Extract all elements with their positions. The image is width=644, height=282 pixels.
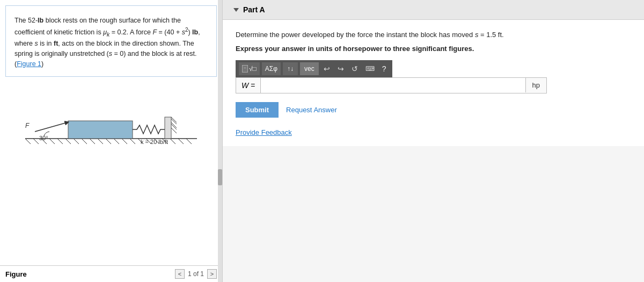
figure-label: Figure	[5, 270, 27, 278]
svg-line-12	[114, 139, 119, 144]
nav-next-button[interactable]: >	[207, 269, 217, 279]
undo-button[interactable]: ↩	[321, 62, 333, 75]
svg-line-6	[65, 139, 71, 144]
left-panel: The 52-lb block rests on the rough surfa…	[0, 0, 223, 282]
figure-image: k = 20 lb/ft F 30°	[0, 82, 222, 168]
svg-line-9	[90, 139, 95, 144]
svg-text:30°: 30°	[39, 135, 48, 141]
svg-rect-23	[165, 117, 171, 139]
part-content: Determine the power developed by the for…	[223, 20, 644, 146]
figure-bar: Figure < 1 of 1 >	[0, 265, 222, 282]
answer-unit: hp	[525, 78, 546, 92]
scroll-thumb[interactable]	[218, 169, 222, 185]
right-panel: Part A Determine the power developed by …	[223, 0, 644, 282]
redo-button[interactable]: ↪	[335, 62, 347, 75]
sigma-button[interactable]: ΑΣφ	[262, 62, 281, 75]
math-toolbar: ⁻ √□ ΑΣφ ↑↓ vec ↩ ↪	[236, 60, 392, 77]
problem-statement: The 52-lb block rests on the rough surfa…	[5, 5, 217, 77]
figure-nav: < 1 of 1 >	[175, 269, 217, 279]
help-button[interactable]: ?	[379, 62, 389, 75]
svg-line-30	[35, 122, 67, 132]
vec-button[interactable]: vec	[300, 62, 319, 75]
svg-line-1	[25, 139, 31, 144]
svg-line-11	[106, 139, 111, 144]
figure-svg: k = 20 lb/ft F 30°	[5, 88, 217, 157]
nav-page-count: 1 of 1	[188, 270, 204, 278]
submit-row: Submit Request Answer	[236, 102, 631, 118]
scrollbar[interactable]	[218, 0, 222, 282]
part-header: Part A	[223, 0, 644, 20]
part-label: Part A	[243, 5, 265, 14]
answer-row: W = hp	[236, 77, 547, 93]
answer-input[interactable]	[265, 78, 521, 93]
nav-prev-button[interactable]: <	[175, 269, 185, 279]
svg-text:F: F	[25, 122, 30, 129]
svg-line-19	[170, 139, 175, 144]
problem-description: Determine the power developed by the for…	[236, 30, 631, 40]
instruction: Express your answer in units of horsepow…	[236, 45, 631, 53]
svg-text:k = 20 lb/ft: k = 20 lb/ft	[141, 139, 168, 145]
arrows-button[interactable]: ↑↓	[283, 62, 298, 75]
svg-line-21	[186, 139, 192, 144]
svg-line-13	[122, 139, 127, 144]
collapse-icon[interactable]	[233, 8, 239, 12]
provide-feedback-link[interactable]: Provide Feedback	[236, 128, 631, 136]
answer-label: W =	[236, 78, 261, 93]
reset-button[interactable]: ↺	[349, 62, 361, 75]
svg-line-8	[82, 139, 87, 144]
svg-line-10	[98, 139, 103, 144]
request-answer-link[interactable]: Request Answer	[286, 106, 337, 114]
svg-line-4	[49, 139, 55, 144]
submit-button[interactable]: Submit	[236, 102, 279, 118]
svg-line-7	[74, 139, 79, 144]
svg-rect-22	[68, 121, 133, 139]
svg-line-2	[33, 139, 39, 144]
fraction-sqrt-button[interactable]: ⁻ √□	[239, 62, 260, 75]
svg-line-5	[57, 139, 63, 144]
input-section: ⁻ √□ ΑΣφ ↑↓ vec ↩ ↪	[236, 60, 547, 93]
keyboard-button[interactable]: ⌨	[363, 62, 377, 75]
figure-link[interactable]: Figure 1	[17, 60, 41, 68]
svg-line-14	[130, 139, 135, 144]
svg-line-20	[178, 139, 184, 144]
